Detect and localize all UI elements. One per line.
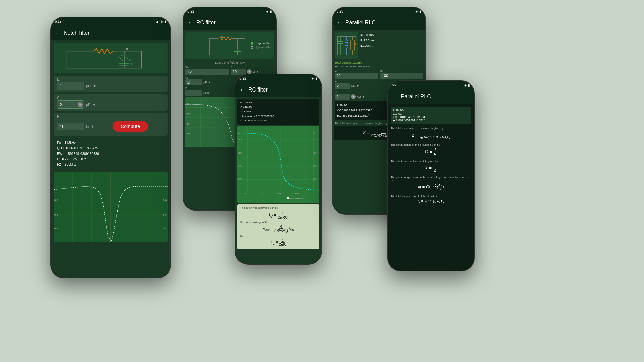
- status-bar-3: 5:22 ◈ ▮: [235, 74, 321, 82]
- plc-v-field[interactable]: [335, 73, 378, 79]
- lowpass-label: Lowpass filter: [254, 42, 271, 45]
- rc3-result-att: attenuation =3.01029995663: [240, 114, 317, 119]
- signal-icon-2: ◈: [266, 10, 269, 13]
- plc-xl-field[interactable]: [335, 94, 350, 100]
- app-title-1: Notch filter: [64, 30, 89, 36]
- status-time-1: 5:19: [55, 20, 61, 23]
- formula-title-fc: The cutoff frequency is given by: [240, 206, 317, 209]
- svg-text:0.8: 0.8: [54, 199, 58, 202]
- vin-label: Vin:: [185, 66, 229, 69]
- plc-r-box: R:: [380, 69, 423, 79]
- svg-text:1000: 1000: [261, 193, 265, 195]
- battery-icon-1: ▮: [164, 20, 166, 23]
- svg-text:-60: -60: [186, 123, 190, 125]
- back-button-3[interactable]: ←: [239, 86, 246, 94]
- r-unit-arrow-rc[interactable]: ▼: [256, 70, 259, 73]
- plc-top: C L R: [335, 32, 423, 59]
- formula-vout-title: the output voltage of the: [240, 221, 317, 224]
- formula-block-g: The conductance of the circuit is given …: [391, 143, 471, 156]
- top-bar-2: ← RC filter: [183, 15, 276, 30]
- svg-text:0: 0: [314, 132, 315, 134]
- formula-block-phi: The phase angle between the input voltag…: [391, 176, 471, 191]
- c-field-rc[interactable]: [185, 79, 202, 85]
- top-bar-5: ← Parallel RLC: [388, 89, 474, 104]
- C-unit-arrow[interactable]: ▼: [92, 103, 96, 107]
- R-unit: Ω: [86, 124, 89, 128]
- formula-is: Is = √(Ir²+(IL-Ic)²): [391, 199, 471, 204]
- svg-rect-81: [287, 197, 289, 199]
- plc-r-field[interactable]: [380, 73, 423, 79]
- f-field-rc[interactable]: [185, 90, 202, 96]
- back-button-1[interactable]: ←: [55, 29, 61, 37]
- rc3-graph-svg: 0 -20 -40 -60 -80 0 -20 -40 -60 -80 100 …: [237, 126, 319, 203]
- svg-text:-60: -60: [313, 165, 316, 167]
- phone-1-screen: 5:19 ▲ ⊕ ▮ ← Notch filter: [51, 17, 170, 278]
- back-button-5[interactable]: ←: [392, 93, 398, 100]
- R-label: R:: [57, 115, 164, 118]
- formula-xc: XC = 12πfC: [240, 239, 317, 246]
- svg-text:-80: -80: [313, 178, 316, 180]
- rc3-result-phi: Φ =45.0000000000001°: [240, 118, 317, 123]
- svg-text:1.0: 1.0: [54, 185, 58, 188]
- c-unit-arrow[interactable]: ▼: [208, 81, 211, 84]
- rc3-result-f: F =7.96kHz: [240, 100, 317, 105]
- notch-graph-svg: 1.0 0.8 0.6 0.4 1.0 0.8 0.6 0.4: [54, 172, 168, 242]
- L-field[interactable]: [57, 82, 84, 90]
- svg-text:-40: -40: [238, 152, 241, 154]
- plc-xl-clear[interactable]: ✕: [351, 94, 356, 99]
- r-field-rc[interactable]: [231, 69, 246, 75]
- battery-icon-5: ▮: [468, 83, 470, 87]
- formula-z: Z = 1 √((1/R)²+(1/Xc-1/Xl)²): [391, 131, 471, 140]
- battery-icon-4: ▮: [419, 10, 421, 13]
- compute-button[interactable]: Compute: [113, 121, 148, 132]
- r-clear-rc[interactable]: ✕: [247, 69, 252, 74]
- highpass-radio[interactable]: Highpass filter: [251, 46, 271, 49]
- svg-text:C: C: [238, 50, 240, 52]
- rc3-results: F =7.96kHz Xl =10.0Ω V =8.49V attenuatio…: [237, 99, 319, 125]
- f-unit-rc: MHz: [203, 91, 210, 95]
- svg-text:Response: Response: [289, 197, 299, 199]
- lowpass-radio[interactable]: Lowpass filter: [251, 42, 271, 45]
- L-label: L:: [57, 78, 164, 81]
- status-time-4: 5:25: [337, 10, 343, 13]
- svg-text:L: L: [345, 35, 346, 37]
- plc-xc-arrow[interactable]: ▼: [356, 84, 359, 88]
- R-unit-arrow[interactable]: ▼: [91, 124, 94, 128]
- back-button-4[interactable]: ←: [337, 19, 343, 26]
- plc-xl-arrow[interactable]: ▼: [362, 95, 365, 98]
- result-q: Q = 0.07071067811865475: [57, 146, 164, 151]
- plc5-y: Y:0.010012492197250393: [393, 115, 469, 119]
- phone-rc-graph: 5:22 ◈ ▮ ← RC filter F =7.96kHz Xl =10.0…: [235, 74, 322, 265]
- formula-desc-phi: The phase angle between the input voltag…: [391, 176, 471, 182]
- signal-icon-3: ◈: [311, 77, 314, 80]
- L-unit-arrow[interactable]: ▼: [93, 84, 96, 88]
- C-clear-btn[interactable]: ✕: [78, 102, 83, 107]
- status-time-3: 5:22: [239, 77, 246, 80]
- svg-text:0: 0: [238, 132, 239, 134]
- results-text-1: Fc = 113kHz Q = 0.07071067811865475 BW =…: [57, 140, 164, 167]
- plc5-values: Z:99.9Ω G:0.01 Y:0.010012492197250393 ◆:…: [391, 107, 471, 124]
- plc-v-label: V:: [335, 69, 378, 72]
- signal-icon-4: ◈: [415, 10, 418, 13]
- svg-text:100000: 100000: [292, 193, 299, 195]
- status-bar-1: 5:19 ▲ ⊕ ▮: [51, 17, 170, 25]
- back-button-2[interactable]: ←: [187, 19, 194, 26]
- app-title-5: Parallel RLC: [401, 94, 431, 100]
- svg-text:-20: -20: [186, 103, 190, 105]
- highpass-label: Highpass filter: [254, 46, 271, 49]
- svg-text:-60: -60: [238, 165, 241, 167]
- svg-text:C: C: [131, 62, 133, 66]
- battery-icon-2: ▮: [270, 10, 272, 13]
- svg-rect-56: [237, 127, 319, 202]
- vin-field[interactable]: [185, 69, 229, 75]
- plc-xc-unit: KΩ: [351, 84, 355, 88]
- rc3-content: F =7.96kHz Xl =10.0Ω V =8.49V attenuatio…: [235, 97, 321, 264]
- formula-xc-label: Xc: [240, 235, 317, 238]
- formula-phi: φ = Cos-1( G Y ): [391, 183, 471, 191]
- plc-circuit: C L R: [335, 32, 358, 59]
- R-field[interactable]: [57, 123, 84, 130]
- svg-text:0.8: 0.8: [163, 199, 167, 202]
- plc5-g: G:0.01: [393, 112, 469, 115]
- plc-results-top: Ic:6.00mA IL:12.0mA Ir:120mA: [360, 32, 423, 59]
- plc-xc-field[interactable]: [335, 83, 350, 89]
